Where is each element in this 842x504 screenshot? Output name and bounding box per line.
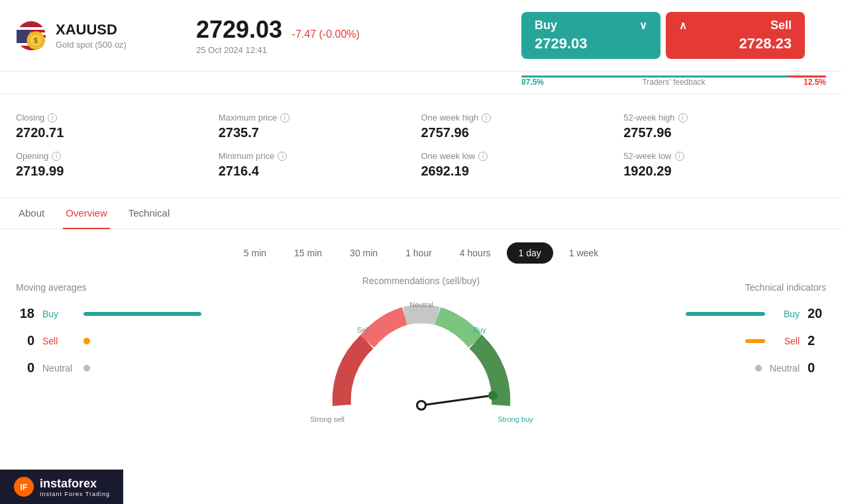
ti-sell-count: 2 bbox=[808, 333, 826, 348]
min-label: Minimum price i bbox=[219, 151, 413, 161]
tab-overview[interactable]: Overview bbox=[63, 198, 110, 229]
period-30min[interactable]: 30 min bbox=[338, 242, 390, 264]
trade-buttons: Buy ∨ 2729.03 ∧ Sell 2728.23 bbox=[521, 12, 826, 59]
week-high-info-icon[interactable]: i bbox=[482, 113, 491, 123]
week-high-label: One week high i bbox=[421, 113, 616, 123]
period-1day[interactable]: 1 day bbox=[507, 242, 553, 264]
week-low-label: One week low i bbox=[421, 151, 616, 161]
ti-buy-label: Buy bbox=[773, 309, 800, 319]
buy-label: Buy bbox=[535, 19, 557, 32]
sell-label: Sell bbox=[770, 19, 792, 32]
svg-rect-3 bbox=[17, 27, 46, 30]
ma-sell-label: Sell bbox=[42, 336, 76, 346]
moving-averages-section: Moving averages 18 Buy 0 Sell 0 Neutral bbox=[16, 270, 201, 425]
max-value: 2735.7 bbox=[219, 125, 413, 140]
ti-neutral-count: 0 bbox=[808, 360, 826, 376]
tab-about[interactable]: About bbox=[16, 198, 47, 229]
ma-sell-dot bbox=[83, 338, 90, 344]
instrument-subtitle: Gold spot (500 oz) bbox=[56, 40, 127, 50]
52-high-info-icon[interactable]: i bbox=[678, 113, 688, 123]
gauge-section: Recommendations (sell/buy) bbox=[201, 270, 641, 425]
instrument-info: $ XAUUSD Gold spot (500 oz) bbox=[16, 21, 148, 51]
svg-line-9 bbox=[421, 395, 493, 405]
chevron-down-icon: ∨ bbox=[639, 19, 647, 32]
buy-button[interactable]: Buy ∨ 2729.03 bbox=[521, 12, 660, 59]
ti-buy-bar-fill bbox=[686, 312, 765, 316]
tab-technical[interactable]: Technical bbox=[126, 198, 173, 229]
52-low-label: 52-week low i bbox=[623, 151, 818, 161]
ti-buy-row: Buy 20 bbox=[686, 306, 826, 321]
svg-text:Strong sell: Strong sell bbox=[310, 415, 344, 423]
brand-tagline: Instant Forex Trading bbox=[40, 491, 110, 497]
ma-sell-row: 0 Sell bbox=[16, 333, 201, 348]
feedback-labels: 87.5% Traders' feedback 12.5% bbox=[521, 77, 826, 87]
price-change: -7.47 (-0.00%) bbox=[292, 28, 360, 40]
price-block: 2729.03 -7.47 (-0.00%) 25 Oct 2024 12:41 bbox=[170, 16, 500, 55]
feedback-label: Traders' feedback bbox=[553, 77, 794, 87]
technical-indicators-title: Technical indicators bbox=[745, 277, 826, 293]
week-low-value: 2692.19 bbox=[421, 164, 616, 179]
gauge-svg: Strong sell Sell Neutral Buy Strong buy bbox=[309, 293, 534, 438]
ma-buy-label: Buy bbox=[42, 309, 76, 319]
ti-neutral-row: Neutral 0 bbox=[755, 360, 826, 376]
header: $ XAUUSD Gold spot (500 oz) 2729.03 -7.4… bbox=[0, 0, 842, 72]
stat-closing: Closing i 2720.71 bbox=[16, 107, 219, 146]
svg-text:Buy: Buy bbox=[473, 326, 486, 334]
feedback-bar-section: 87.5% Traders' feedback 12.5% bbox=[0, 72, 842, 94]
ma-neutral-row: 0 Neutral bbox=[16, 360, 201, 376]
period-selector: 5 min 15 min 30 min 1 hour 4 hours 1 day… bbox=[0, 229, 842, 270]
analysis-container: Moving averages 18 Buy 0 Sell 0 Neutral … bbox=[0, 270, 842, 438]
svg-text:$: $ bbox=[34, 36, 38, 44]
brand-name: instaforex bbox=[40, 477, 97, 490]
sell-button[interactable]: ∧ Sell 2728.23 bbox=[666, 12, 805, 59]
stat-week-low: One week low i 2692.19 bbox=[421, 146, 624, 184]
week-low-info-icon[interactable]: i bbox=[478, 152, 488, 161]
svg-text:Strong buy: Strong buy bbox=[498, 415, 533, 423]
52-low-info-icon[interactable]: i bbox=[675, 152, 684, 161]
week-high-value: 2757.96 bbox=[421, 125, 616, 140]
period-5min[interactable]: 5 min bbox=[232, 242, 278, 264]
closing-info-icon[interactable]: i bbox=[48, 113, 57, 123]
period-1hour[interactable]: 1 hour bbox=[394, 242, 444, 264]
stat-52-low: 52-week low i 1920.29 bbox=[623, 146, 826, 184]
opening-label: Opening i bbox=[16, 151, 211, 161]
feedback-green-pct: 87.5% bbox=[521, 77, 548, 87]
period-4hours[interactable]: 4 hours bbox=[448, 242, 503, 264]
opening-value: 2719.99 bbox=[16, 164, 211, 179]
ma-neutral-label: Neutral bbox=[42, 363, 76, 374]
instaforex-logo-icon: IF bbox=[13, 476, 34, 497]
closing-label: Closing i bbox=[16, 113, 211, 123]
feedback-progress-bar bbox=[521, 76, 826, 77]
stat-opening: Opening i 2719.99 bbox=[16, 146, 219, 184]
ma-buy-bar-fill bbox=[83, 312, 201, 316]
ti-sell-label: Sell bbox=[773, 336, 800, 346]
period-1week[interactable]: 1 week bbox=[557, 242, 610, 264]
feedback-red-pct: 12.5% bbox=[800, 77, 826, 87]
svg-point-12 bbox=[488, 391, 498, 400]
ti-sell-row: Sell 2 bbox=[745, 333, 826, 348]
max-info-icon[interactable]: i bbox=[280, 113, 289, 123]
52-high-label: 52-week high i bbox=[623, 113, 818, 123]
max-label: Maximum price i bbox=[219, 113, 413, 123]
stats-grid: Closing i 2720.71 Maximum price i 2735.7… bbox=[0, 94, 842, 198]
stat-min: Minimum price i 2716.4 bbox=[219, 146, 421, 184]
footer-logo: IF instaforex Instant Forex Trading bbox=[0, 470, 123, 504]
ma-buy-count: 18 bbox=[16, 306, 34, 321]
period-15min[interactable]: 15 min bbox=[282, 242, 334, 264]
ma-neutral-dot bbox=[83, 365, 90, 372]
closing-value: 2720.71 bbox=[16, 125, 211, 140]
xauusd-icon: $ bbox=[16, 21, 46, 51]
52-high-value: 2757.96 bbox=[623, 125, 818, 140]
stat-52-high: 52-week high i 2757.96 bbox=[623, 107, 826, 146]
technical-indicators-section: Technical indicators Buy 20 Sell 2 Neutr… bbox=[641, 270, 826, 425]
gauge-title: Recommendations (sell/buy) bbox=[362, 270, 480, 286]
buy-price: 2729.03 bbox=[535, 35, 588, 52]
ti-buy-count: 20 bbox=[808, 306, 826, 321]
svg-point-11 bbox=[418, 402, 425, 409]
stat-week-high: One week high i 2757.96 bbox=[421, 107, 624, 146]
min-value: 2716.4 bbox=[219, 164, 413, 179]
min-info-icon[interactable]: i bbox=[278, 152, 287, 161]
52-low-value: 1920.29 bbox=[623, 164, 818, 179]
price-date: 25 Oct 2024 12:41 bbox=[196, 45, 500, 55]
opening-info-icon[interactable]: i bbox=[52, 152, 61, 161]
